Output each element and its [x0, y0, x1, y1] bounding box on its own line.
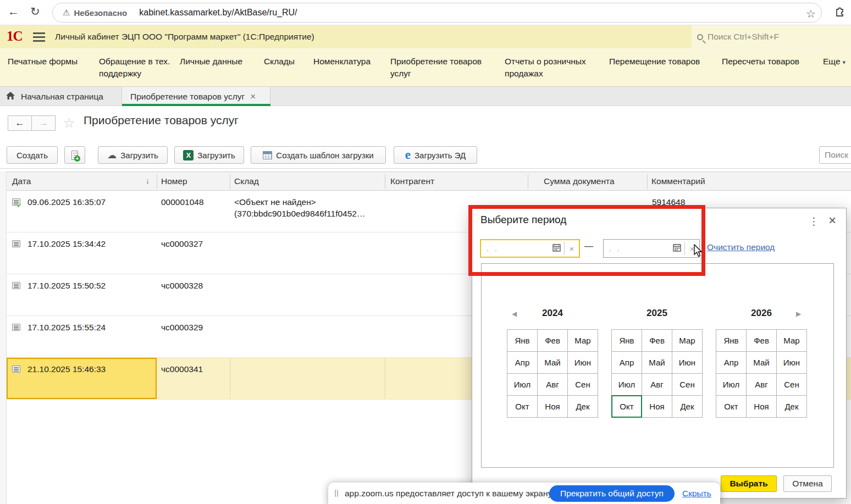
create-load-template-button[interactable]: Создать шаблон загрузки	[251, 146, 386, 164]
menu-item-goods-transfer[interactable]: Перемещение товаров	[609, 56, 700, 68]
month-cell[interactable]: Мар	[672, 329, 703, 352]
tab-home[interactable]: Начальная страница	[0, 87, 122, 106]
column-header-date[interactable]: Дата	[12, 172, 31, 190]
year-label-2025[interactable]: 2025	[629, 308, 684, 319]
load-ed-button[interactable]: e Загрузить ЭД	[394, 146, 477, 164]
month-cell[interactable]: Янв	[716, 329, 747, 352]
hide-banner-link[interactable]: Скрыть	[682, 483, 711, 504]
month-cell[interactable]: Мар	[776, 329, 807, 352]
create-button[interactable]: Создать	[7, 146, 58, 164]
month-cell[interactable]: Ноя	[537, 395, 568, 418]
cloud-icon: ☁	[107, 149, 117, 161]
month-cell[interactable]: Фев	[642, 329, 672, 352]
month-cell[interactable]: Май	[642, 351, 672, 374]
month-cell[interactable]: Дек	[672, 395, 703, 418]
cancel-button[interactable]: Отмена	[783, 475, 832, 492]
menu-item-goods-purchase[interactable]: Приобретение товаров услуг	[390, 56, 495, 80]
menu-item-tech-support[interactable]: Обращение в тех. поддержку	[99, 56, 173, 80]
list-search-input[interactable]: Поиск (	[819, 146, 851, 164]
month-cell[interactable]: Мар	[567, 329, 598, 352]
column-header-counterparty[interactable]: Контрагент	[390, 172, 434, 190]
month-cell[interactable]: Сен	[672, 373, 703, 396]
column-header-number[interactable]: Номер	[161, 172, 187, 190]
security-label[interactable]: Небезопасно	[74, 8, 127, 18]
bookmark-star-icon[interactable]: ☆	[806, 7, 816, 20]
month-cell[interactable]: Июн	[776, 351, 807, 374]
month-cell[interactable]: Ноя	[746, 395, 777, 418]
month-cell[interactable]: Окт	[716, 395, 747, 418]
month-cell[interactable]: Апр	[611, 351, 642, 374]
column-divider	[647, 174, 648, 189]
month-cell[interactable]: Дек	[567, 395, 598, 418]
column-header-warehouse[interactable]: Склад	[234, 172, 259, 190]
year-label-2024[interactable]: 2024	[525, 308, 580, 319]
browser-reload-icon[interactable]: ↻	[30, 5, 40, 18]
favorite-star-icon[interactable]: ☆	[63, 115, 75, 131]
clear-from-date-icon[interactable]: ×	[565, 244, 579, 253]
tab-goods-purchase[interactable]: Приобретение товаров услуг ×	[122, 87, 270, 106]
month-cell[interactable]: Ноя	[642, 395, 672, 418]
period-to-input[interactable]: . . ×	[603, 239, 700, 258]
month-cell[interactable]: Апр	[507, 351, 538, 374]
menu-item-nomenclature[interactable]: Номенклатура	[313, 56, 371, 68]
year-label-2026[interactable]: 2026	[734, 308, 789, 319]
menu-item-more[interactable]: Еще▾	[823, 56, 846, 68]
clear-to-date-icon[interactable]: ×	[685, 244, 699, 253]
menu-item-print-forms[interactable]: Печатные формы	[8, 56, 78, 68]
chevron-right-icon[interactable]: ▶	[796, 310, 801, 318]
month-cell[interactable]: Июн	[567, 351, 598, 374]
dialog-close-icon[interactable]: ×	[828, 213, 836, 228]
month-cell[interactable]: Июл	[611, 373, 642, 396]
address-bar[interactable]: ⚠ Небезопасно kabinet.kassamarket.by/Akt…	[52, 3, 822, 23]
dialog-more-menu-icon[interactable]: ⋮	[809, 215, 819, 228]
column-header-comment[interactable]: Комментарий	[651, 172, 705, 190]
calendar-picker-icon[interactable]	[669, 243, 684, 254]
menu-item-warehouses[interactable]: Склады	[264, 56, 295, 68]
url-text[interactable]: kabinet.kassamarket.by/AktBase/ru_RU/	[139, 8, 297, 18]
screen-share-banner: app.zoom.us предоставляет доступ к вашем…	[328, 483, 720, 504]
copy-document-button[interactable]: +	[64, 146, 85, 164]
share-message: app.zoom.us предоставляет доступ к вашем…	[345, 483, 554, 504]
extensions-puzzle-icon[interactable]	[833, 5, 847, 21]
browser-back-icon[interactable]: ←	[8, 5, 19, 18]
month-cell-selected[interactable]: Окт	[611, 395, 642, 418]
month-cell[interactable]: Янв	[507, 329, 538, 352]
month-cell[interactable]: Сен	[567, 373, 598, 396]
app-title: Личный кабинет ЭЦП ООО "Программ маркет"…	[55, 25, 314, 48]
month-cell[interactable]: Фев	[537, 329, 568, 352]
select-button[interactable]: Выбрать	[721, 475, 777, 492]
load-from-cloud-button[interactable]: ☁ Загрузить	[98, 146, 168, 164]
menu-item-goods-recount[interactable]: Пересчеты товаров	[722, 56, 799, 68]
month-cell[interactable]: Янв	[611, 329, 642, 352]
drag-handle[interactable]	[335, 490, 336, 497]
menu-item-personal-data[interactable]: Личные данные	[180, 56, 242, 68]
stop-sharing-button[interactable]: Прекратить общий доступ	[549, 485, 675, 502]
main-menu-hamburger-icon[interactable]	[33, 32, 45, 34]
month-cell[interactable]: Авг	[746, 373, 777, 396]
menu-item-retail-reports[interactable]: Отчеты о розничных продажах	[505, 56, 598, 80]
global-search-input[interactable]: Поиск Ctrl+Shift+F	[692, 25, 851, 48]
history-back-button[interactable]: ←	[8, 115, 32, 131]
history-forward-button[interactable]: →	[31, 115, 56, 131]
table-template-icon	[263, 151, 272, 159]
month-cell[interactable]: Июл	[507, 373, 538, 396]
chevron-left-icon[interactable]: ◀	[512, 310, 517, 318]
period-from-input[interactable]: . . ×	[480, 239, 580, 258]
calendar-picker-icon[interactable]	[549, 243, 564, 254]
column-header-amount[interactable]: Сумма документа	[544, 172, 615, 190]
month-cell[interactable]: Авг	[642, 373, 672, 396]
month-cell[interactable]: Май	[746, 351, 777, 374]
tab-close-icon[interactable]: ×	[250, 91, 256, 102]
1c-logo[interactable]: 1С	[7, 29, 23, 44]
month-cell[interactable]: Апр	[716, 351, 747, 374]
month-cell[interactable]: Авг	[537, 373, 568, 396]
load-from-excel-button[interactable]: X Загрузить	[174, 146, 244, 164]
month-cell[interactable]: Окт	[507, 395, 538, 418]
month-cell[interactable]: Дек	[776, 395, 807, 418]
clear-period-link[interactable]: Очистить период	[707, 242, 775, 252]
month-cell[interactable]: Сен	[776, 373, 807, 396]
month-cell[interactable]: Фев	[746, 329, 777, 352]
month-cell[interactable]: Май	[537, 351, 568, 374]
month-cell[interactable]: Июн	[672, 351, 703, 374]
month-cell[interactable]: Июл	[716, 373, 747, 396]
